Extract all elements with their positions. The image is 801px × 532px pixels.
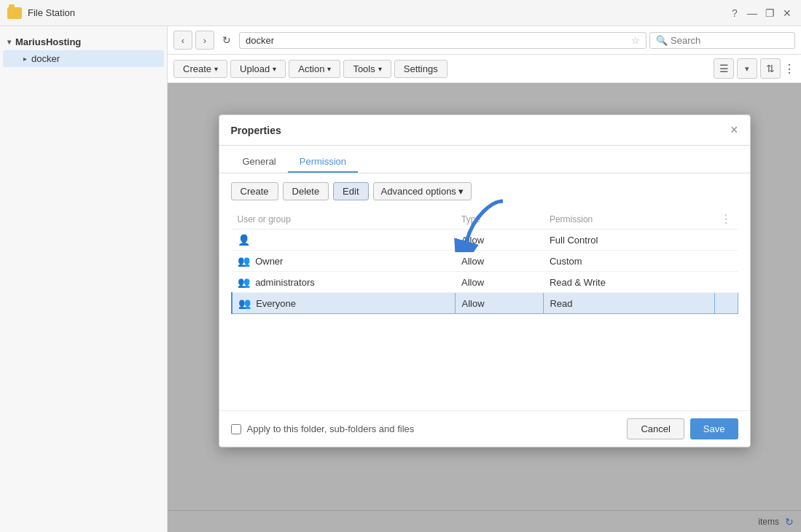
minimize-button[interactable]: — [746, 7, 759, 20]
tree-arrow-icon: ▾ [7, 38, 11, 46]
perm-delete-button[interactable]: Delete [283, 182, 329, 200]
tab-permission[interactable]: Permission [288, 152, 358, 173]
cancel-button[interactable]: Cancel [627, 418, 684, 439]
search-box[interactable]: 🔍 [649, 32, 795, 49]
view-dropdown-button[interactable]: ▾ [737, 58, 757, 79]
properties-dialog: Properties × General Permission [219, 114, 751, 447]
perm-create-button[interactable]: Create [231, 182, 278, 200]
settings-button[interactable]: Settings [394, 60, 448, 78]
tools-button[interactable]: Tools ▾ [343, 60, 391, 78]
perm-edit-button[interactable]: Edit [333, 182, 368, 200]
user-icon: 👤 [238, 234, 250, 246]
sidebar-item-docker[interactable]: ▸ docker [3, 50, 164, 67]
sort-button[interactable]: ⇅ [760, 58, 781, 79]
tools-dropdown-arrow: ▾ [378, 65, 382, 73]
dialog-close-button[interactable]: × [730, 122, 738, 138]
col-header-permission: Permission [544, 209, 714, 230]
empty-area [231, 314, 738, 402]
col-header-type: Type [456, 209, 544, 230]
path-value: docker [246, 35, 274, 46]
perm-advanced-button[interactable]: Advanced options ▾ [373, 182, 472, 200]
create-button[interactable]: Create ▾ [173, 60, 227, 78]
toolbar: ‹ › ↻ docker ☆ 🔍 [168, 26, 801, 55]
table-row[interactable]: 👥 administrators Allow Read & Write [232, 271, 738, 292]
save-button[interactable]: Save [690, 418, 738, 439]
main-content: ‹ › ↻ docker ☆ 🔍 Create ▾ Upload ▾ [168, 26, 801, 532]
view-button[interactable]: ☰ [714, 58, 734, 79]
tree-child-arrow-icon: ▸ [23, 55, 27, 63]
sidebar-item-label: docker [31, 53, 60, 64]
sidebar-root-item[interactable]: ▾ MariusHosting [0, 34, 167, 50]
action-dropdown-arrow: ▾ [327, 65, 331, 73]
folder-icon [7, 7, 22, 19]
title-bar: File Station ? — ❐ ✕ [0, 0, 801, 26]
footer-right: Cancel Save [627, 418, 738, 439]
create-dropdown-arrow: ▾ [214, 65, 218, 73]
footer-left: Apply to this folder, sub-folders and fi… [231, 423, 415, 434]
toolbar-right: ☰ ▾ ⇅ ⋮ [714, 58, 795, 79]
dialog-tabs: General Permission [219, 146, 750, 173]
tab-general[interactable]: General [231, 152, 288, 173]
upload-dropdown-arrow: ▾ [273, 65, 276, 73]
group-icon: 👥 [238, 255, 250, 267]
col-header-user: User or group [232, 209, 456, 230]
path-bar[interactable]: docker ☆ [239, 32, 646, 49]
apply-checkbox[interactable] [231, 423, 241, 434]
restore-button[interactable]: ❐ [763, 7, 776, 20]
group-icon: 👥 [238, 297, 251, 309]
permission-table: User or group Type Permission ⋮ [231, 209, 738, 314]
table-row[interactable]: 👤 Allow Full Control [232, 229, 738, 250]
star-icon[interactable]: ☆ [631, 35, 640, 46]
app-title: File Station [28, 7, 75, 18]
dialog-header: Properties × [219, 115, 750, 146]
forward-button[interactable]: › [195, 31, 214, 50]
table-row[interactable]: 👥 Owner Allow Custom [232, 250, 738, 271]
refresh-button[interactable]: ↻ [217, 31, 236, 50]
table-more-icon[interactable]: ⋮ [720, 213, 732, 225]
table-row-selected[interactable]: 👥 Everyone Allow Read [232, 292, 738, 313]
more-button[interactable]: ⋮ [784, 62, 795, 76]
apply-label: Apply to this folder, sub-folders and fi… [247, 423, 415, 434]
help-button[interactable]: ? [728, 7, 741, 20]
window-controls: ? — ❐ ✕ [728, 7, 794, 20]
app-container: ▾ MariusHosting ▸ docker ‹ › ↻ docker ☆ … [0, 26, 801, 532]
dialog-footer: Apply to this folder, sub-folders and fi… [219, 410, 750, 447]
perm-toolbar: Create Delete Edit Advanced options ▾ [231, 182, 738, 200]
file-area: Properties × General Permission [168, 83, 801, 532]
dialog-body: Create Delete Edit Advanced options ▾ [219, 173, 750, 410]
advanced-dropdown-arrow: ▾ [458, 186, 464, 197]
search-icon: 🔍 [656, 35, 668, 46]
group-icon: 👥 [238, 276, 250, 288]
search-input[interactable] [671, 35, 780, 46]
dialog-title: Properties [231, 124, 281, 136]
col-header-more: ⋮ [714, 209, 738, 230]
upload-button[interactable]: Upload ▾ [230, 60, 286, 78]
sidebar-root-label: MariusHosting [15, 36, 81, 47]
back-button[interactable]: ‹ [173, 31, 192, 50]
title-bar-left: File Station [7, 7, 75, 19]
action-button[interactable]: Action ▾ [289, 60, 340, 78]
action-toolbar: Create ▾ Upload ▾ Action ▾ Tools ▾ Setti… [168, 55, 801, 83]
sidebar: ▾ MariusHosting ▸ docker [0, 26, 168, 532]
close-button[interactable]: ✕ [781, 7, 794, 20]
